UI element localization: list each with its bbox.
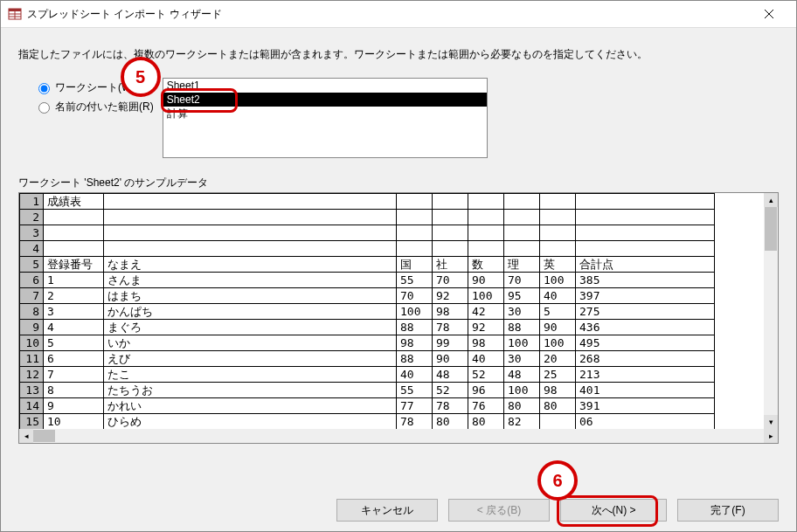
cell [504,225,540,241]
cell [540,210,576,225]
radio-worksheet-input[interactable] [38,83,50,94]
cell: 495 [576,335,715,351]
cell: 436 [576,320,715,335]
cell: 98 [468,335,504,351]
cell: 20 [540,351,576,367]
cell: 9 [44,398,104,414]
cell: 6 [44,351,104,367]
cell: 30 [504,351,540,367]
cell: 合計点 [576,257,715,273]
cell [504,210,540,225]
row-number: 11 [20,351,44,367]
sheet-option[interactable]: Sheet1 [163,79,487,93]
cell [44,210,104,225]
cell: 100 [397,304,433,320]
cell: 96 [468,383,504,398]
radio-named-range-input[interactable] [38,102,50,114]
scroll-left-arrow[interactable]: ◂ [19,429,33,443]
cell [540,241,576,257]
cell: 401 [576,383,715,398]
callout-5: 5 [121,57,161,97]
cell: 英 [540,257,576,273]
cell: 268 [576,351,715,367]
cell: 78 [433,398,468,414]
cell: 1 [44,273,104,288]
grid-viewport[interactable]: 1成績表2345登録番号なまえ国社数理英合計点61さんま557090701003… [19,193,764,429]
cell [433,225,468,241]
table-row: 5登録番号なまえ国社数理英合計点 [20,257,715,273]
cell: 社 [433,257,468,273]
sheet-list-wrap: 5 Sheet1 Sheet2 計算 [163,78,488,158]
cell: 100 [504,335,540,351]
cell: 78 [433,320,468,335]
scroll-right-arrow[interactable]: ▸ [764,429,778,443]
cell: 5 [44,335,104,351]
row-number: 6 [20,273,44,288]
cell [504,194,540,210]
cell [504,241,540,257]
cell: 98 [433,304,468,320]
table-row: 1成績表 [20,194,715,210]
horizontal-scrollbar[interactable]: ◂ ▸ [19,429,778,443]
cell: 2 [44,288,104,304]
cell: かんぱち [104,304,397,320]
cell: ひらめ [104,414,397,430]
cell: 90 [540,320,576,335]
cell: 100 [540,273,576,288]
cell: 100 [540,335,576,351]
cell: 80 [504,398,540,414]
h-scroll-thumb[interactable] [33,430,55,442]
cell: 5 [540,304,576,320]
row-number: 13 [20,383,44,398]
cell: 275 [576,304,715,320]
cell: 10 [44,414,104,430]
cell: 8 [44,383,104,398]
table-row: 61さんま55709070100385 [20,273,715,288]
cell: 92 [468,320,504,335]
cell: 52 [468,367,504,383]
cell: 80 [540,398,576,414]
table-row: 149かれい7778768080391 [20,398,715,414]
cell [468,225,504,241]
cell: えび [104,351,397,367]
cell: 100 [504,383,540,398]
radio-named-range[interactable]: 名前の付いた範囲(R) [34,97,154,116]
cell: 55 [397,273,433,288]
cell [44,225,104,241]
data-table: 1成績表2345登録番号なまえ国社数理英合計点61さんま557090701003… [19,193,715,429]
cell [576,225,715,241]
scroll-up-arrow[interactable]: ▴ [764,193,778,207]
cancel-button[interactable]: キャンセル [336,499,438,522]
cell: はまち [104,288,397,304]
vertical-scrollbar[interactable]: ▴ ▾ [764,193,778,429]
cell: 213 [576,367,715,383]
wizard-window: スプレッドシート インポート ウィザード 指定したファイルには、複数のワークシー… [0,0,797,532]
scroll-down-arrow[interactable]: ▾ [764,415,778,429]
cell: 国 [397,257,433,273]
cell: 成績表 [44,194,104,210]
sheet-option-selected[interactable]: Sheet2 [163,93,487,107]
cell [576,194,715,210]
cell: 48 [504,367,540,383]
cell: 4 [44,320,104,335]
cell: かれい [104,398,397,414]
cell: 40 [540,288,576,304]
cell [540,414,576,430]
callout-6: 6 [537,460,578,501]
table-row: 1510ひらめ7880808206 [20,414,715,430]
finish-button[interactable]: 完了(F) [677,499,779,522]
cell [104,225,397,241]
sheet-option[interactable]: 計算 [163,107,487,121]
cell: 42 [468,304,504,320]
v-scroll-thumb[interactable] [765,207,777,251]
sheet-listbox[interactable]: Sheet1 Sheet2 計算 [163,78,488,158]
cell [576,241,715,257]
cell [104,194,397,210]
next-button[interactable]: 次へ(N) > [560,499,667,522]
close-button[interactable] [749,1,789,27]
cell: たちうお [104,383,397,398]
cell: 385 [576,273,715,288]
cell: 391 [576,398,715,414]
cell [397,210,433,225]
cell: 30 [504,304,540,320]
